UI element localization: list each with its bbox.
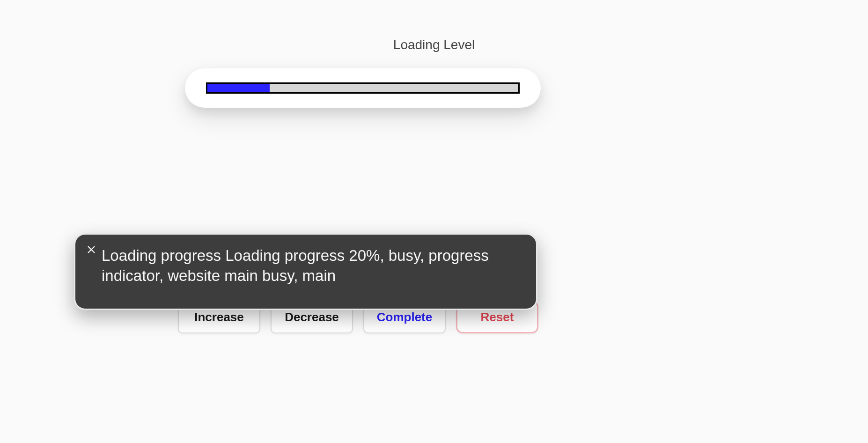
progress-fill	[207, 84, 270, 92]
accessibility-popover: Loading progress Loading progress 20%, b…	[74, 233, 537, 310]
page-title: Loading Level	[256, 37, 612, 52]
popover-text: Loading progress Loading progress 20%, b…	[102, 246, 522, 286]
progress-card	[185, 68, 541, 108]
progress-track	[206, 82, 520, 94]
close-icon[interactable]	[86, 244, 97, 255]
